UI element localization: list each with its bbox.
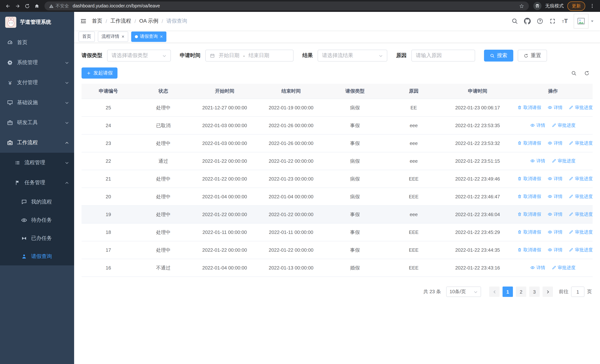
progress-link[interactable]: 审批进度 bbox=[569, 247, 593, 253]
sidebar-item-payment[interactable]: ¥ 支付管理 bbox=[0, 73, 74, 93]
detail-link[interactable]: 详情 bbox=[548, 211, 562, 218]
browser-update-button[interactable]: 更新 bbox=[567, 1, 585, 10]
next-page-button[interactable] bbox=[543, 287, 553, 297]
close-icon[interactable]: × bbox=[160, 34, 163, 39]
date-range-picker[interactable]: 开始日期 - 结束日期 bbox=[205, 50, 293, 62]
browser-menu-icon[interactable] bbox=[589, 3, 596, 9]
progress-link[interactable]: 审批进度 bbox=[552, 158, 576, 164]
table-row[interactable]: 25 处理中 2021-12-27 00:00:00 2022-01-19 00… bbox=[82, 99, 593, 117]
sidebar-item-infra[interactable]: 基础设施 bbox=[0, 93, 74, 113]
table-row[interactable]: 17 处理中 2022-01-22 00:00:00 2022-01-22 00… bbox=[82, 241, 593, 259]
progress-link[interactable]: 审批进度 bbox=[552, 265, 576, 271]
toggle-search-icon[interactable] bbox=[571, 70, 577, 76]
table-row[interactable]: 19 处理中 2022-01-22 00:00:00 2022-01-22 00… bbox=[82, 205, 593, 223]
url-text[interactable]: dashboard.yudao.iocoder.cn/bpm/oa/leave bbox=[73, 3, 519, 9]
address-bar[interactable]: 不安全 dashboard.yudao.iocoder.cn/bpm/oa/le… bbox=[45, 1, 529, 10]
page-button-1[interactable]: 1 bbox=[503, 287, 513, 297]
prev-page-button[interactable] bbox=[489, 287, 500, 297]
detail-link[interactable]: 详情 bbox=[548, 140, 562, 146]
table-row[interactable]: 18 处理中 2022-01-11 00:00:00 2022-01-11 00… bbox=[82, 223, 593, 241]
sidebar-item-task-mgmt[interactable]: 任务管理 bbox=[0, 173, 74, 193]
sidebar-item-workflow[interactable]: 工作流程 bbox=[0, 133, 74, 153]
sidebar-item-leave-query[interactable]: 请假查询 bbox=[0, 247, 74, 265]
progress-link[interactable]: 审批进度 bbox=[569, 176, 593, 182]
cancel-leave-link[interactable]: 取消请假 bbox=[517, 229, 541, 235]
sidebar-item-done-tasks[interactable]: 已办任务 bbox=[0, 229, 74, 247]
sidebar-item-home[interactable]: 首页 bbox=[0, 33, 74, 53]
cancel-leave-link[interactable]: 取消请假 bbox=[517, 247, 541, 253]
table-row[interactable]: 16 不通过 2022-01-04 00:00:00 2022-01-13 00… bbox=[82, 259, 593, 277]
tab-leave-query[interactable]: 请假查询 × bbox=[131, 31, 166, 42]
progress-link[interactable]: 审批进度 bbox=[569, 140, 593, 146]
search-button[interactable]: 搜索 bbox=[484, 50, 513, 62]
progress-link[interactable]: 审批进度 bbox=[569, 229, 593, 235]
cancel-leave-link[interactable]: 取消请假 bbox=[517, 176, 541, 182]
not-secure-chip[interactable]: 不安全 bbox=[49, 3, 69, 9]
progress-label: 审批进度 bbox=[575, 247, 593, 253]
close-icon[interactable]: × bbox=[122, 34, 124, 39]
tab-process-detail[interactable]: 流程详情 × bbox=[98, 31, 128, 42]
detail-link[interactable]: 详情 bbox=[531, 122, 545, 129]
cancel-leave-link[interactable]: 取消请假 bbox=[517, 140, 541, 146]
warning-icon bbox=[49, 3, 54, 8]
goto-page-input[interactable] bbox=[571, 287, 584, 297]
detail-link[interactable]: 详情 bbox=[548, 247, 562, 253]
sidebar-item-label: 基础设施 bbox=[17, 99, 61, 106]
page-button-3[interactable]: 3 bbox=[529, 287, 540, 297]
table-row[interactable]: 24 已取消 2022-01-03 00:00:00 2022-01-26 00… bbox=[82, 117, 593, 134]
sidebar-item-todo-tasks[interactable]: 待办任务 bbox=[0, 211, 74, 229]
font-size-icon[interactable]: TT bbox=[562, 18, 568, 24]
list-icon bbox=[14, 159, 21, 166]
create-leave-button[interactable]: 发起请假 bbox=[82, 67, 117, 79]
breadcrumb-oa-example[interactable]: OA 示例 bbox=[139, 18, 159, 24]
progress-link[interactable]: 审批进度 bbox=[569, 211, 593, 218]
sidebar-fold-icon[interactable] bbox=[80, 18, 87, 24]
table-row[interactable]: 21 处理中 2022-01-22 00:00:00 2022-01-23 00… bbox=[82, 170, 593, 188]
tab-home[interactable]: 首页 bbox=[79, 31, 95, 42]
cancel-leave-link[interactable]: 取消请假 bbox=[517, 211, 541, 218]
sidebar-item-system[interactable]: 系统管理 bbox=[0, 53, 74, 73]
detail-link[interactable]: 详情 bbox=[531, 265, 545, 271]
table-row[interactable]: 20 处理中 2022-01-04 00:00:00 2022-01-04 00… bbox=[82, 188, 593, 205]
cancel-leave-link[interactable]: 取消请假 bbox=[517, 104, 541, 111]
start-date-placeholder[interactable]: 开始日期 bbox=[219, 52, 239, 59]
browser-back-button[interactable] bbox=[3, 1, 13, 11]
avatar[interactable] bbox=[574, 14, 589, 28]
breadcrumb-workflow[interactable]: 工作流程 bbox=[111, 18, 131, 24]
table-row[interactable]: 22 通过 2022-01-22 00:00:00 2022-01-22 00:… bbox=[82, 152, 593, 170]
header-search-icon[interactable] bbox=[511, 18, 518, 24]
detail-link[interactable]: 详情 bbox=[548, 176, 562, 182]
sidebar-item-devtools[interactable]: 研发工具 bbox=[0, 113, 74, 133]
detail-link[interactable]: 详情 bbox=[548, 194, 562, 200]
reset-button[interactable]: 重置 bbox=[518, 50, 547, 62]
detail-link[interactable]: 详情 bbox=[548, 104, 562, 111]
breadcrumb-home[interactable]: 首页 bbox=[92, 18, 102, 24]
browser-home-button[interactable] bbox=[32, 1, 41, 11]
apply-time-label: 申请时间 bbox=[180, 52, 200, 59]
result-select[interactable]: 请选择流结果 bbox=[318, 50, 387, 62]
detail-link[interactable]: 详情 bbox=[531, 158, 545, 164]
browser-reload-button[interactable] bbox=[22, 1, 32, 11]
sidebar-item-process-mgmt[interactable]: 流程管理 bbox=[0, 153, 74, 173]
progress-link[interactable]: 审批进度 bbox=[569, 194, 593, 200]
refresh-table-icon[interactable] bbox=[584, 70, 590, 76]
progress-link[interactable]: 审批进度 bbox=[569, 104, 593, 111]
bookmark-star-icon[interactable] bbox=[519, 3, 525, 9]
github-icon[interactable] bbox=[524, 18, 531, 24]
breadcrumb-separator: / bbox=[134, 18, 136, 24]
reason-input[interactable]: 请输入原因 bbox=[411, 50, 475, 62]
page-size-select[interactable]: 10条/页 bbox=[446, 287, 481, 297]
table-row[interactable]: 23 处理中 2022-01-03 00:00:00 2022-01-26 00… bbox=[82, 134, 593, 152]
leave-type-select[interactable]: 请选择请假类型 bbox=[107, 50, 171, 62]
detail-link[interactable]: 详情 bbox=[548, 229, 562, 235]
page-button-2[interactable]: 2 bbox=[516, 287, 526, 297]
cancel-leave-link[interactable]: 取消请假 bbox=[517, 194, 541, 200]
fullscreen-icon[interactable] bbox=[549, 18, 556, 24]
help-icon[interactable] bbox=[537, 18, 543, 24]
app-logo[interactable]: 芋道管理系统 bbox=[0, 12, 74, 33]
end-date-placeholder[interactable]: 结束日期 bbox=[248, 52, 269, 59]
progress-link[interactable]: 审批进度 bbox=[552, 122, 576, 129]
sidebar-item-my-process[interactable]: 我的流程 bbox=[0, 193, 74, 211]
browser-forward-button[interactable] bbox=[13, 1, 22, 11]
user-menu[interactable] bbox=[574, 14, 594, 28]
